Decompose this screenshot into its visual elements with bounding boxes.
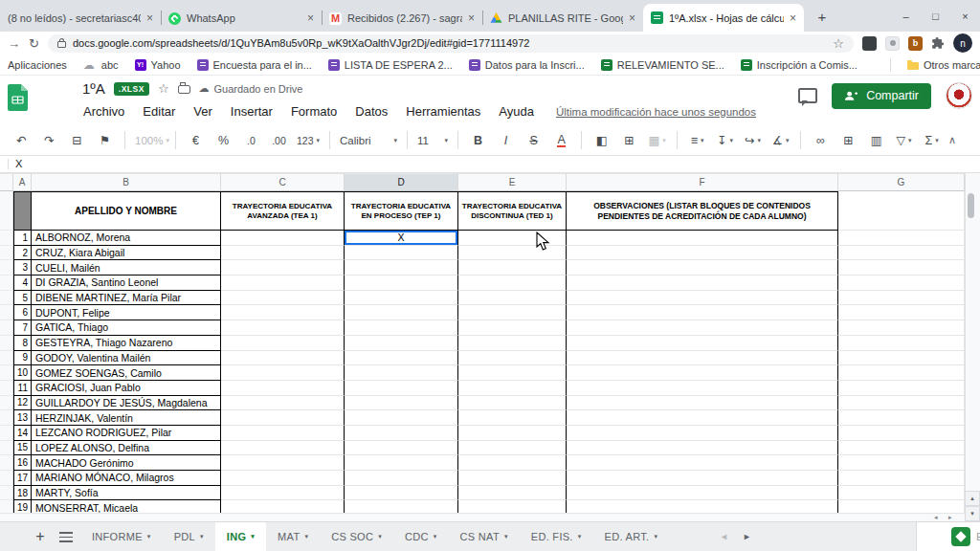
tab-close-icon[interactable]: × [468, 11, 475, 25]
comment-history-icon[interactable] [798, 88, 817, 103]
merge-cells-icon[interactable]: ▦▾ [644, 129, 670, 152]
row-number-cell[interactable]: 1 [13, 231, 32, 246]
account-avatar[interactable] [946, 82, 972, 109]
name-cell[interactable]: GUILLARDOY DE JESÚS, Magdalena [32, 396, 221, 411]
move-to-folder-icon[interactable] [178, 85, 190, 94]
sheet-tab-menu-icon[interactable]: ▾ [434, 533, 437, 540]
tep-cell[interactable] [345, 246, 458, 261]
close-button[interactable]: × [950, 0, 980, 32]
obs-cell[interactable] [567, 396, 838, 411]
menu-formato[interactable]: Formato [291, 104, 337, 119]
currency-icon[interactable]: € [183, 129, 209, 152]
maximize-button[interactable]: □ [921, 0, 950, 32]
tea-cell[interactable] [221, 231, 345, 246]
name-cell[interactable]: GOMEZ SOENGAS, Camilo [32, 365, 221, 381]
sheet-tab-menu-icon[interactable]: ▾ [200, 533, 204, 540]
borders-icon[interactable]: ⊞ [616, 129, 642, 152]
row-number-cell[interactable]: 14 [13, 426, 32, 441]
ted-cell[interactable] [458, 486, 567, 501]
horizontal-scroll-strip[interactable] [0, 513, 965, 521]
menu-archivo[interactable]: Archivo [83, 104, 124, 119]
empty-cell[interactable] [838, 320, 965, 336]
tab-close-icon[interactable]: × [307, 11, 314, 25]
functions-icon[interactable]: Σ▾ [919, 129, 945, 152]
extension-icon-1[interactable] [862, 36, 877, 51]
row-number-cell[interactable]: 11 [13, 381, 32, 396]
browser-tab[interactable]: 1ºA.xlsx - Hojas de cálculo de× [643, 4, 804, 32]
name-cell[interactable]: MARIANO MÓNACO, Milagros [32, 471, 221, 486]
ted-cell[interactable] [458, 320, 567, 336]
sheet-tab-informe[interactable]: INFORME▾ [80, 522, 163, 551]
tea-cell[interactable] [221, 500, 345, 513]
bookmark-item[interactable]: ☁abc [83, 59, 119, 71]
name-cell[interactable]: MACHADO Gerónimo [32, 455, 221, 471]
insert-link-icon[interactable]: ∞ [808, 129, 834, 152]
empty-cell[interactable] [838, 500, 965, 513]
obs-cell[interactable] [567, 320, 838, 336]
menu-datos[interactable]: Datos [355, 104, 388, 119]
ted-cell[interactable] [458, 500, 567, 513]
column-header-g[interactable]: G [838, 173, 965, 191]
vertical-align-icon[interactable]: ↧▾ [712, 129, 738, 152]
sheet-tab-cs-soc[interactable]: CS SOC▾ [320, 522, 393, 551]
star-icon[interactable]: ☆ [158, 82, 169, 95]
tab-close-icon[interactable]: × [629, 11, 635, 25]
decrease-decimal-icon[interactable]: .0 [238, 129, 264, 152]
row-number-cell[interactable]: 16 [13, 455, 32, 471]
bold-icon[interactable]: B [465, 129, 491, 152]
tab-close-icon[interactable]: × [790, 11, 796, 25]
name-cell[interactable]: DUPONT, Felipe [32, 305, 221, 320]
empty-cell[interactable] [838, 365, 965, 381]
name-cell[interactable]: GESTEYRA, Thiago Nazareno [32, 336, 221, 351]
sheet-tab-ed-art-[interactable]: ED. ART.▾ [593, 522, 670, 551]
tep-cell[interactable] [345, 471, 458, 486]
insert-chart-icon[interactable]: ▥ [863, 129, 889, 152]
sheet-tab-menu-icon[interactable]: ▾ [578, 533, 582, 540]
strikethrough-icon[interactable]: S [521, 129, 546, 152]
empty-cell[interactable] [838, 305, 965, 320]
ted-cell[interactable] [458, 455, 567, 471]
empty-cell[interactable] [838, 246, 965, 261]
sheet-tab-ing[interactable]: ING▾ [215, 522, 266, 551]
tep-cell[interactable]: X [345, 231, 458, 246]
sheet-tab-mat[interactable]: MAT▾ [266, 522, 320, 551]
horizontal-align-icon[interactable]: ≡▾ [684, 129, 710, 152]
name-cell[interactable]: LOPEZ ALONSO, Delfina [32, 441, 221, 456]
tea-cell[interactable] [221, 381, 345, 396]
row-number-cell[interactable]: 12 [13, 396, 32, 411]
document-title[interactable]: 1ºA [82, 80, 105, 97]
extension-icon-2[interactable] [885, 36, 900, 51]
tep-cell[interactable] [345, 455, 458, 471]
tea-cell[interactable] [221, 455, 345, 471]
tea-cell[interactable] [221, 246, 345, 261]
ted-cell[interactable] [458, 365, 567, 381]
ted-cell[interactable] [458, 410, 567, 426]
formula-bar-value[interactable]: X [15, 158, 22, 169]
explore-icon[interactable] [951, 527, 970, 546]
obs-cell[interactable] [567, 305, 838, 320]
empty-cell[interactable] [838, 455, 965, 471]
obs-cell[interactable] [567, 260, 838, 276]
tea-cell[interactable] [221, 365, 345, 381]
header-cell-apellido[interactable]: APELLIDO Y NOMBRE [32, 191, 221, 231]
new-tab-button[interactable]: + [810, 4, 835, 29]
name-cell[interactable]: DIBENE MARTINEZ, María Pilar [32, 291, 221, 306]
obs-cell[interactable] [567, 381, 838, 396]
bookmark-item[interactable]: Encuesta para el in... [197, 59, 312, 71]
header-cell-a[interactable] [13, 191, 32, 231]
row-number-cell[interactable]: 19 [13, 500, 32, 513]
zoom-select[interactable]: 100%▾ [132, 129, 168, 152]
tep-cell[interactable] [345, 396, 458, 411]
tep-cell[interactable] [345, 410, 458, 426]
name-cell[interactable]: GATICA, Thiago [32, 320, 221, 336]
font-select[interactable]: Calibri▾ [337, 129, 400, 152]
percent-icon[interactable]: % [211, 129, 236, 152]
italic-icon[interactable]: I [493, 129, 519, 152]
row-number-cell[interactable]: 6 [13, 305, 32, 320]
ted-cell[interactable] [458, 291, 567, 306]
scroll-right-icon[interactable]: ▸ [948, 513, 952, 521]
ted-cell[interactable] [458, 305, 567, 320]
row-number-cell[interactable]: 18 [13, 486, 32, 501]
bookmark-item[interactable]: Datos para la Inscri... [469, 59, 585, 71]
obs-cell[interactable] [567, 500, 838, 513]
